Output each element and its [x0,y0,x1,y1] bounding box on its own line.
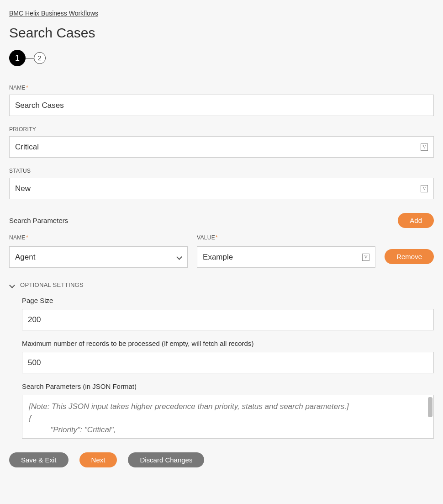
scrollbar-thumb[interactable] [428,397,432,417]
remove-button[interactable]: Remove [385,249,434,264]
variable-icon[interactable]: V [421,185,428,192]
json-params-field: Search Parameters (in JSON Format) [22,382,434,439]
save-exit-button[interactable]: Save & Exit [9,452,69,467]
param-name-value: Agent [15,253,35,262]
json-params-label: Search Parameters (in JSON Format) [22,382,434,390]
add-button[interactable]: Add [398,213,434,228]
optional-settings-toggle[interactable]: OPTIONAL SETTINGS [9,281,434,288]
status-select[interactable]: New V [9,178,434,199]
discard-button[interactable]: Discard Changes [128,452,204,467]
step-1[interactable]: 1 [9,50,26,66]
required-star-icon: * [26,85,28,91]
priority-value: Critical [15,143,421,152]
name-label-text: NAME [9,85,26,91]
remove-col: Remove [385,249,434,268]
search-param-row: NAME* Agent VALUE* Example V Remove [9,234,434,268]
page-size-field: Page Size [22,297,434,330]
param-value-label-text: VALUE [197,234,215,241]
priority-field-group: PRIORITY Critical V [9,126,434,158]
search-params-header-row: Search Parameters Add [9,213,434,228]
stepper: 1 2 [9,50,434,66]
priority-label: PRIORITY [9,126,434,133]
required-star-icon: * [26,234,28,241]
param-value-value: Example [203,253,362,262]
priority-select[interactable]: Critical V [9,136,434,158]
optional-settings-body: Page Size Maximum number of records to b… [9,297,434,439]
page-title: Search Cases [9,25,434,41]
max-records-label: Maximum number of records to be processe… [22,340,434,347]
param-name-select[interactable]: Agent [9,246,188,268]
param-name-label: NAME* [9,234,188,241]
status-label: STATUS [9,168,434,174]
json-params-wrap [22,395,434,439]
footer: Save & Exit Next Discard Changes [9,452,434,467]
variable-icon[interactable]: V [362,254,369,261]
status-value: New [15,184,421,193]
param-value-col: VALUE* Example V [197,234,375,268]
required-star-icon: * [216,234,218,241]
param-name-label-text: NAME [9,234,26,241]
next-button[interactable]: Next [79,452,117,467]
optional-settings-label: OPTIONAL SETTINGS [20,281,84,288]
param-value-label: VALUE* [197,234,375,241]
chevron-down-icon [176,253,182,262]
breadcrumb[interactable]: BMC Helix Business Workflows [9,10,98,17]
status-field-group: STATUS New V [9,168,434,199]
name-label: NAME* [9,85,434,91]
variable-icon[interactable]: V [421,143,428,151]
max-records-input[interactable] [22,352,434,373]
step-connector [26,58,34,58]
search-params-header: Search Parameters [9,217,68,224]
page-size-input[interactable] [22,309,434,330]
name-input[interactable] [9,95,434,116]
name-field-group: NAME* [9,85,434,116]
step-2[interactable]: 2 [34,52,46,64]
param-value-input[interactable]: Example V [197,246,375,268]
json-params-textarea[interactable] [22,395,427,438]
param-name-col: NAME* Agent [9,234,188,268]
chevron-down-icon [9,282,15,288]
page-size-label: Page Size [22,297,434,304]
max-records-field: Maximum number of records to be processe… [22,340,434,373]
